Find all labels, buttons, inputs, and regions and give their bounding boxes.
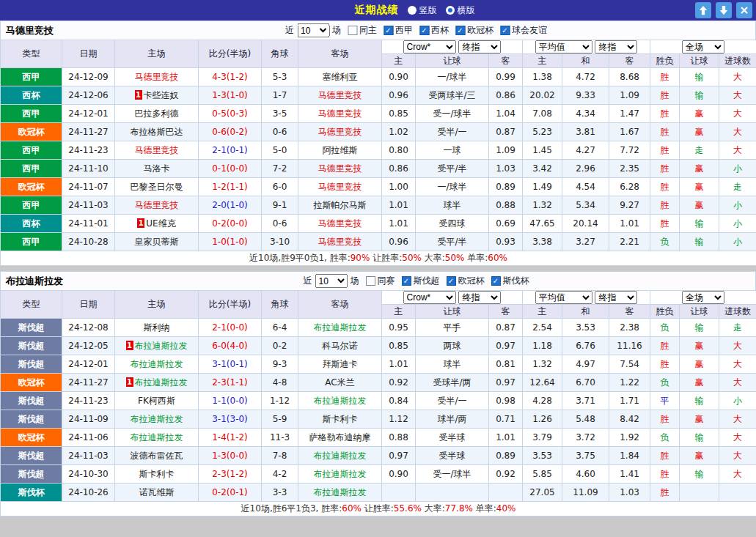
final-odds-select-2[interactable]: 终指 [595, 40, 637, 53]
away-team-link[interactable]: 塞维利亚 [323, 72, 358, 82]
home-team-link[interactable]: 布拉格斯巴达 [131, 127, 183, 137]
summary-stat-label: 胜率: [321, 503, 342, 514]
away-team-link[interactable]: 马德里竞技 [318, 218, 362, 229]
away-team-link[interactable]: 斯卡利卡 [323, 414, 358, 424]
red-card-count: 1 [126, 377, 133, 387]
home-team-link[interactable]: 马洛卡 [144, 163, 170, 174]
home-team-link[interactable]: FK柯西斯 [138, 396, 175, 406]
home-team-link[interactable]: 布拉迪斯拉发 [135, 377, 188, 388]
home-team-link[interactable]: 布拉迪斯拉发 [135, 341, 188, 351]
league-badge: 西甲 [1, 68, 62, 86]
filter-checkbox[interactable]: ✓西杯 [419, 24, 449, 37]
home-team-link[interactable]: 斯卡利卡 [139, 469, 175, 479]
filter-checkbox[interactable]: 同主 [348, 24, 377, 37]
goals-result-cell: 走 [719, 178, 756, 196]
euro-away-odds-cell: 1.01 [609, 215, 650, 233]
away-team-link[interactable]: 马德里竞技 [318, 237, 362, 247]
match-row: 西甲24-12-01巴拉多利德0-5(0-3)3-5马德里竞技0.85受一/球半… [1, 105, 756, 123]
home-team-link[interactable]: 巴拉多利德 [135, 108, 179, 119]
away-team-link[interactable]: 马德里竞技 [318, 182, 362, 192]
average-odds-select[interactable]: 平均值 [535, 291, 592, 304]
goals-result-cell: 小 [719, 215, 756, 233]
handicap-result-cell: 输 [680, 68, 719, 86]
filter-checkbox[interactable]: 同赛 [366, 275, 395, 287]
away-team-link[interactable]: 拉斯帕尔马斯 [314, 200, 367, 210]
filter-checkbox[interactable]: ✓西甲 [383, 24, 413, 37]
summary-stat-label: 大率: [422, 253, 445, 263]
away-team-link[interactable]: 布拉迪斯拉发 [314, 396, 367, 406]
away-team-cell: 斯卡利卡 [298, 410, 382, 429]
filter-checkbox[interactable]: ✓斯伐杯 [491, 275, 529, 287]
column-header: 客场 [298, 40, 382, 68]
average-odds-select[interactable]: 平均值 [535, 40, 592, 53]
home-team-link[interactable]: 皇家贝蒂斯 [135, 237, 179, 247]
home-team-link[interactable]: 诺瓦维斯 [139, 487, 175, 497]
home-team-link[interactable]: 马德里竞技 [135, 200, 179, 210]
odds-company-select[interactable]: Crow* [403, 40, 456, 53]
odds-company-select[interactable]: Crow* [403, 291, 456, 304]
layout-radio-vertical[interactable]: 竖版 [408, 4, 437, 17]
final-odds-select[interactable]: 终指 [458, 291, 501, 304]
home-team-link[interactable]: 卡些连奴 [144, 90, 179, 100]
corner-cell: 3-3 [262, 484, 298, 502]
away-team-link[interactable]: 布拉迪斯拉发 [314, 451, 367, 461]
away-team-link[interactable]: 科马尔诺 [323, 341, 358, 351]
column-header: 主 [382, 54, 416, 68]
team-name[interactable]: 布拉迪斯拉发 [6, 275, 63, 288]
final-odds-select[interactable]: 终指 [458, 40, 501, 53]
radio-icon [446, 6, 455, 15]
away-team-link[interactable]: 布拉迪斯拉发 [314, 487, 367, 497]
match-row: 西甲24-11-23马德里竞技2-1(0-1)5-0阿拉维斯0.80一球1.09… [1, 141, 756, 160]
away-team-link[interactable]: 马德里竞技 [318, 127, 362, 137]
match-count-select[interactable]: 10 [297, 23, 329, 37]
match-date-cell: 24-11-06 [62, 429, 115, 447]
column-header: 日期 [62, 40, 115, 68]
away-team-link[interactable]: 马德里竞技 [318, 163, 362, 174]
team-name[interactable]: 马德里竞技 [6, 24, 54, 37]
score-cell: 3-1(3-0) [199, 410, 262, 429]
move-down-button[interactable] [716, 2, 732, 18]
home-team-link[interactable]: 斯利纳 [144, 322, 170, 333]
home-team-link[interactable]: 马德里竞技 [135, 145, 179, 155]
filter-checkbox[interactable]: ✓欧冠杯 [455, 24, 493, 37]
filter-checkbox-label: 球会友谊 [512, 24, 547, 37]
home-team-link[interactable]: UE维克 [146, 218, 175, 229]
filter-checkbox[interactable]: ✓欧冠杯 [447, 275, 485, 287]
away-team-link[interactable]: 阿拉维斯 [323, 145, 358, 155]
away-team-link[interactable]: 布拉迪斯拉发 [314, 322, 367, 333]
scope-select[interactable]: 全场 [682, 291, 724, 304]
radio-label: 横版 [458, 4, 475, 17]
home-team-link[interactable]: 巴黎圣日尔曼 [131, 182, 183, 192]
euro-away-odds-cell: 2.38 [609, 319, 650, 337]
checkbox-checked-icon: ✓ [383, 26, 393, 35]
scope-select[interactable]: 全场 [682, 40, 724, 53]
home-team-link[interactable]: 布拉迪斯拉发 [131, 359, 183, 369]
summary-stat-label: 胜率: [330, 253, 351, 263]
home-team-link[interactable]: 布拉迪斯拉发 [131, 414, 183, 424]
score-cell: 1-3(0-0) [199, 447, 262, 465]
home-team-link[interactable]: 马德里竞技 [135, 72, 179, 82]
away-team-link[interactable]: 布拉迪斯拉发 [314, 469, 367, 479]
ah-away-odds-cell: 0.87 [489, 123, 523, 141]
away-team-link[interactable]: AC米兰 [325, 377, 354, 388]
corner-cell: 5-0 [262, 141, 298, 160]
filter-checkbox[interactable]: ✓斯伐超 [402, 275, 440, 287]
match-date-cell: 24-12-01 [62, 355, 115, 374]
move-up-button[interactable] [695, 2, 711, 18]
home-team-cell: 马德里竞技 [115, 196, 199, 215]
layout-radio-horizontal[interactable]: 横版 [446, 4, 475, 17]
euro-home-odds-cell: 4.28 [523, 392, 562, 410]
corner-cell: 1-12 [262, 392, 298, 410]
home-team-link[interactable]: 波德布雷佐瓦 [131, 451, 183, 461]
match-count-select[interactable]: 10 [315, 274, 348, 288]
home-team-link[interactable]: 布拉迪斯拉发 [131, 432, 183, 442]
final-odds-select-2[interactable]: 终指 [595, 291, 637, 304]
away-team-link[interactable]: 萨格勒布迪纳摩 [309, 432, 371, 442]
close-button[interactable] [736, 2, 752, 18]
away-team-link[interactable]: 马德里竞技 [318, 90, 362, 100]
match-row: 斯伐杯24-10-26诺瓦维斯0-2(0-1)3-3布拉迪斯拉发27.0511.… [1, 484, 756, 502]
column-header: 进球数 [719, 305, 756, 319]
away-team-link[interactable]: 马德里竞技 [318, 108, 362, 119]
filter-checkbox[interactable]: ✓球会友谊 [500, 24, 547, 37]
away-team-link[interactable]: 拜斯迪卡 [323, 359, 358, 369]
